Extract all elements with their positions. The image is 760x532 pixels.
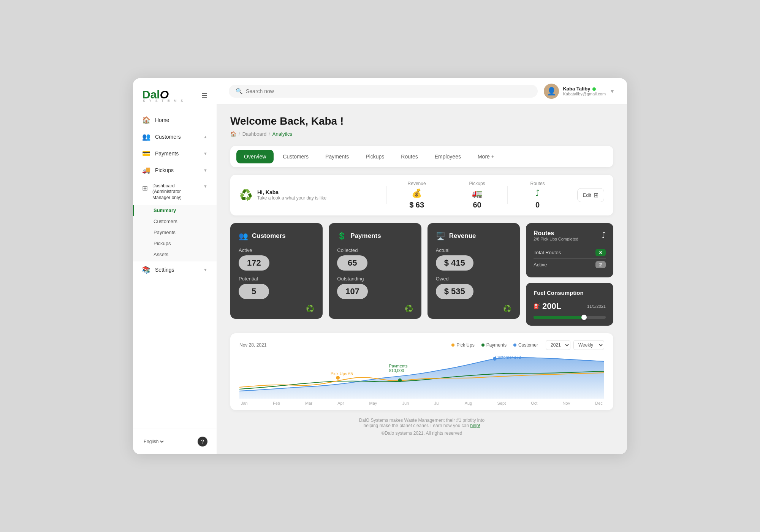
routes-card: Routes 2/8 Pick Ups Completed ⤴ Total Ro… [526,223,613,277]
payments-card-header: 💲 Payments [337,231,413,241]
customers-card-icon: 👥 [239,231,248,241]
settings-icon: 📚 [142,266,150,274]
x-label-jul: Jul [434,401,439,405]
legend-payments: Payments [481,342,507,348]
footer-text1: DalO Systems makes Waste Management thei… [238,418,606,423]
period-select[interactable]: Weekly Monthly [573,340,604,350]
submenu-item-assets[interactable]: Assets [133,249,217,260]
routes-panel: Routes 2/8 Pick Ups Completed ⤴ Total Ro… [526,223,613,326]
help-button[interactable]: ? [198,437,207,446]
fuel-icon: ⛽ [534,303,540,309]
actual-value: $ 415 [436,255,473,271]
menu-icon[interactable]: ☰ [201,92,207,100]
pickups-value: 60 [473,201,481,209]
actual-label: Actual [436,247,511,253]
submenu-item-pickups[interactable]: Pickups [133,238,217,249]
greeting-text: Hi, Kaba Take a look a what your day is … [257,189,326,201]
search-bar[interactable]: 🔍 [229,85,538,98]
edit-label: Edit [583,192,591,198]
x-label-apr: Apr [337,401,344,405]
dashboard-submenu: Summary Customers Payments Pickups Asset… [133,205,217,261]
pickups-dot [336,376,340,380]
chart-area: Nov 28, 2021 Pick Ups Payments Custom [230,333,613,410]
payments-icon: 💳 [142,149,150,158]
chart-controls: 2021 2020 Weekly Monthly [546,340,604,350]
sidebar-item-label: Home [155,117,169,123]
revenue-card-icon: 🖥️ [436,231,445,241]
sidebar-item-home[interactable]: 🏠 Home [133,112,217,128]
tab-customers[interactable]: Customers [275,150,316,163]
routes-title: Routes [534,230,578,237]
payments-dot [398,378,402,382]
owed-section: Owed $ 535 [436,276,511,299]
customers-active-section: Active 172 [239,247,314,271]
sidebar: DalO S Y S T E M S ☰ 🏠 Home 👥 Customers … [133,78,217,454]
summary-row: ♻️ Hi, Kaba Take a look a what your day … [230,175,613,215]
sidebar-item-label: Settings [155,267,174,273]
outstanding-section: Outstanding 107 [337,276,413,299]
submenu-item-customers[interactable]: Customers [133,216,217,227]
payments-card-title: Payments [350,232,381,240]
customers-card-header: 👥 Customers [239,231,314,241]
user-menu-arrow: ▼ [610,88,615,94]
outstanding-value: 107 [337,284,368,299]
chevron-up-icon: ▲ [203,135,207,139]
x-label-feb: Feb [273,401,280,405]
chart-x-axis: Jan Feb Mar Apr May Jun Jul Aug Sept Oct… [239,401,604,405]
tab-overview[interactable]: Overview [236,150,274,163]
tab-employees[interactable]: Employees [427,150,469,163]
owed-value: $ 535 [436,284,473,299]
tab-routes[interactable]: Routes [393,150,425,163]
active-routes-row: Active 2 [534,259,606,271]
footer-link[interactable]: help! [470,423,480,428]
language-select[interactable]: English [142,439,165,445]
chart-svg [239,353,604,399]
routes-value: 0 [535,201,540,209]
edit-button[interactable]: Edit ⊞ [577,188,604,202]
chevron-down-icon: ▼ [203,151,207,156]
sidebar-item-label: Payments [155,150,179,157]
tab-pickups[interactable]: Pickups [358,150,392,163]
sidebar-item-dashboard[interactable]: ⊞ Dashboard (Administrator Manager only)… [133,179,217,205]
sidebar-item-payments[interactable]: 💳 Payments ▼ [133,145,217,162]
customers-icon: 👥 [142,133,150,141]
revenue-value: $ 63 [409,201,424,209]
routes-metric: Routes ⤴ 0 [517,181,559,209]
home-icon: 🏠 [142,116,150,124]
user-menu[interactable]: 👤 Kaba Taliby Kabataliby@gmail.com ▼ [544,84,615,99]
legend-customer: Customer [513,342,538,348]
total-routes-label: Total Routes [534,250,561,255]
fuel-bar-fill [534,316,584,319]
sidebar-item-settings[interactable]: 📚 Settings ▼ [133,261,217,278]
truck-icon: 🚛 [472,188,482,198]
revenue-card: 🖥️ Revenue Actual $ 415 Owed $ 535 ♻️ [428,223,520,319]
online-status [592,87,596,91]
routes-card-header: Routes 2/8 Pick Ups Completed ⤴ [534,230,606,241]
recycle-icon: ♻️ [405,304,413,313]
outstanding-label: Outstanding [337,276,413,282]
x-label-nov: Nov [563,401,570,405]
sidebar-item-customers[interactable]: 👥 Customers ▲ [133,128,217,145]
pickups-legend-dot [451,344,454,347]
year-select[interactable]: 2021 2020 [546,340,570,350]
payments-annotation: Payments$10,000 [389,364,408,373]
chevron-down-icon: ▼ [203,184,207,188]
tab-more[interactable]: More + [470,150,502,163]
routes-fork-icon: ⤴ [602,231,606,241]
search-input[interactable] [246,88,531,94]
total-routes-badge: 8 [595,249,606,256]
greeting-name: Hi, Kaba [257,189,326,195]
revenue-card-title: Revenue [449,232,476,240]
sidebar-item-pickups[interactable]: 🚚 Pickups ▼ [133,162,217,179]
active-value: 172 [239,255,269,271]
user-email: Kabataliby@gmail.com [563,92,606,96]
tab-payments[interactable]: Payments [318,150,356,163]
actual-section: Actual $ 415 [436,247,511,271]
routes-subtitle: 2/8 Pick Ups Completed [534,237,578,241]
breadcrumb-dashboard: Dashboard [242,131,267,137]
tabs-bar: Overview Customers Payments Pickups Rout… [230,146,613,167]
submenu-item-summary[interactable]: Summary [133,205,217,216]
x-label-may: May [369,401,377,405]
submenu-item-payments[interactable]: Payments [133,227,217,238]
search-icon: 🔍 [236,88,243,95]
